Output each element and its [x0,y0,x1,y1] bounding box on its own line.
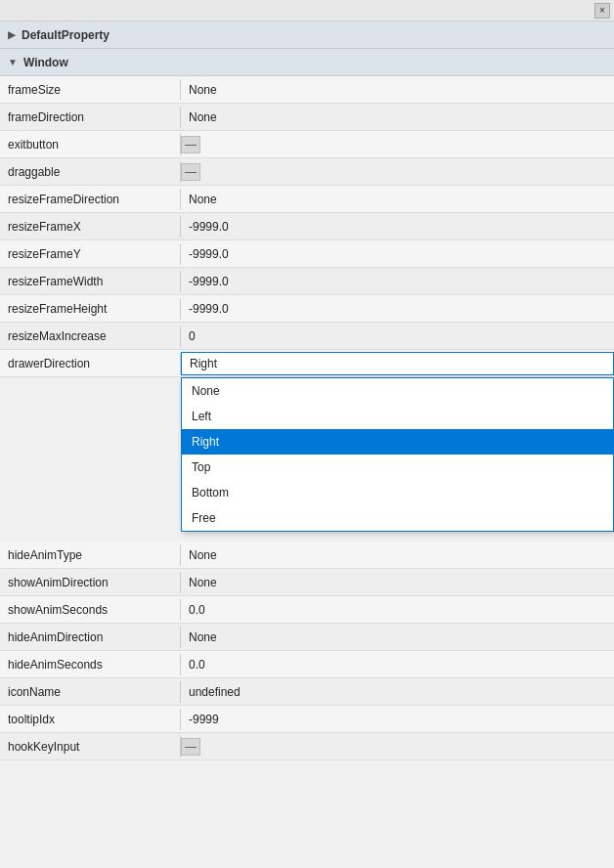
section-header-window[interactable]: ▼ Window [0,49,614,76]
top-bar: × [0,0,614,22]
row-drawerDirection: drawerDirection Right None Left Right To… [0,350,614,377]
prop-value-hideAnimSeconds: 0.0 [181,654,614,675]
prop-name-resizeFrameWidth: resizeFrameWidth [0,271,181,292]
row-draggable: draggable — [0,158,614,186]
prop-value-resizeFrameY: -9999.0 [181,243,614,265]
dropdown-option-top[interactable]: Top [182,455,613,480]
row-hideAnimType: hideAnimType None [0,542,614,569]
prop-name-hideAnimType: hideAnimType [0,544,181,566]
row-tooltipIdx: tooltipIdx -9999 [0,706,614,733]
exitbutton-minus-btn[interactable]: — [181,136,200,153]
row-resizeFrameDirection: resizeFrameDirection None [0,186,614,213]
prop-name-resizeFrameDirection: resizeFrameDirection [0,189,181,210]
row-frameDirection: frameDirection None [0,104,614,131]
prop-name-hookKeyInput: hookKeyInput [0,736,181,758]
prop-name-tooltipIdx: tooltipIdx [0,709,181,730]
prop-name-resizeFrameHeight: resizeFrameHeight [0,298,181,320]
row-showAnimDirection: showAnimDirection None [0,569,614,596]
draggable-minus-btn[interactable]: — [181,163,200,181]
arrow-right-icon: ▶ [8,29,16,40]
dropdown-option-bottom[interactable]: Bottom [182,480,613,505]
prop-value-resizeMaxIncrease: 0 [181,326,614,347]
row-resizeFrameHeight: resizeFrameHeight -9999.0 [0,295,614,323]
row-hideAnimDirection: hideAnimDirection None [0,624,614,651]
dropdown-option-free[interactable]: Free [182,505,613,531]
hookKeyInput-minus-btn[interactable]: — [181,738,200,756]
window-section-label: Window [23,56,68,69]
dropdown-option-right[interactable]: Right [182,429,613,455]
dropdown-option-none[interactable]: None [182,378,613,404]
prop-value-hideAnimDirection: None [181,627,614,648]
row-hideAnimSeconds: hideAnimSeconds 0.0 [0,651,614,678]
row-hookKeyInput: hookKeyInput — [0,733,614,760]
prop-name-iconName: iconName [0,681,181,703]
prop-value-frameDirection: None [181,107,614,128]
prop-value-resizeFrameDirection: None [181,189,614,210]
prop-name-drawerDirection: drawerDirection [0,353,181,374]
property-panel: ▶ DefaultProperty ▼ Window frameSize Non… [0,22,614,868]
close-button[interactable]: × [594,3,610,19]
prop-name-resizeMaxIncrease: resizeMaxIncrease [0,326,181,347]
prop-name-frameDirection: frameDirection [0,107,181,128]
prop-name-showAnimDirection: showAnimDirection [0,572,181,593]
prop-value-tooltipIdx: -9999 [181,709,614,730]
prop-value-resizeFrameWidth: -9999.0 [181,271,614,292]
drawer-direction-dropdown[interactable]: Right [181,352,614,375]
prop-name-exitbutton: exitbutton [0,134,181,155]
row-exitbutton: exitbutton — [0,131,614,158]
prop-name-draggable: draggable [0,161,181,183]
dropdown-option-left[interactable]: Left [182,404,613,429]
arrow-down-icon: ▼ [8,57,18,67]
row-iconName: iconName undefined [0,678,614,706]
dropdown-menu: None Left Right Top Bottom Free [181,377,614,532]
prop-value-hideAnimType: None [181,544,614,566]
default-property-label: DefaultProperty [22,28,110,42]
prop-value-showAnimSeconds: 0.0 [181,599,614,621]
prop-value-showAnimDirection: None [181,572,614,593]
drawer-direction-value: Right [190,357,217,370]
prop-name-resizeFrameX: resizeFrameX [0,216,181,238]
row-resizeFrameWidth: resizeFrameWidth -9999.0 [0,268,614,295]
prop-name-resizeFrameY: resizeFrameY [0,243,181,265]
prop-name-hideAnimDirection: hideAnimDirection [0,627,181,648]
prop-value-iconName: undefined [181,681,614,703]
prop-value-resizeFrameHeight: -9999.0 [181,298,614,320]
row-resizeFrameY: resizeFrameY -9999.0 [0,240,614,268]
prop-name-showAnimSeconds: showAnimSeconds [0,599,181,621]
row-resizeFrameX: resizeFrameX -9999.0 [0,213,614,240]
row-frameSize: frameSize None [0,76,614,104]
prop-name-hideAnimSeconds: hideAnimSeconds [0,654,181,675]
row-showAnimSeconds: showAnimSeconds 0.0 [0,596,614,624]
row-resizeMaxIncrease: resizeMaxIncrease 0 [0,323,614,350]
prop-value-resizeFrameX: -9999.0 [181,216,614,238]
section-header-default[interactable]: ▶ DefaultProperty [0,22,614,49]
prop-name-frameSize: frameSize [0,79,181,101]
prop-value-frameSize: None [181,79,614,101]
